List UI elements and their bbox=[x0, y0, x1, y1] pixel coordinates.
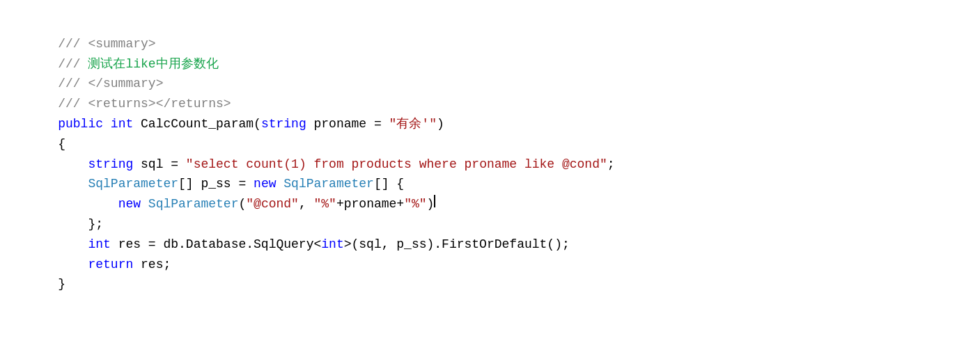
code-token bbox=[28, 114, 58, 134]
code-token: string bbox=[88, 155, 133, 175]
code-line-4: /// <returns></returns> bbox=[28, 94, 952, 114]
code-token: >(sql, p_ss).FirstOrDefault(); bbox=[344, 235, 570, 255]
code-token: ) bbox=[437, 114, 444, 134]
code-token: +proname+ bbox=[336, 194, 404, 214]
code-token: int bbox=[88, 235, 110, 255]
code-token bbox=[28, 235, 88, 255]
code-line-9: new SqlParameter("@cond", "%"+proname+"%… bbox=[28, 194, 952, 214]
code-token: res = db.Database.SqlQuery< bbox=[111, 235, 321, 255]
code-token bbox=[141, 194, 148, 214]
code-token: SqlParameter bbox=[88, 174, 178, 194]
code-line-5: public int CalcCount_param(string pronam… bbox=[28, 114, 952, 134]
code-line-2: /// 测试在like中用参数化 bbox=[28, 54, 952, 74]
code-line-1: /// <summary> bbox=[28, 34, 952, 54]
code-token: new bbox=[254, 174, 276, 194]
code-token: /// <summary> bbox=[28, 34, 156, 54]
code-line-13: } bbox=[28, 274, 952, 294]
code-token: ; bbox=[607, 155, 615, 175]
code-line-10: }; bbox=[28, 214, 952, 235]
code-token: /// bbox=[28, 54, 88, 74]
code-token: new bbox=[118, 194, 141, 214]
code-token bbox=[28, 155, 88, 175]
code-token: [] { bbox=[374, 174, 404, 194]
code-token bbox=[28, 174, 88, 194]
code-token: /// <returns></returns> bbox=[28, 94, 231, 114]
code-line-3: /// </summary> bbox=[28, 74, 952, 94]
code-token: ( bbox=[238, 194, 246, 214]
code-token: "有余'" bbox=[389, 114, 437, 134]
code-token: "%" bbox=[404, 194, 426, 214]
code-line-7: string sql = "select count(1) from produ… bbox=[28, 155, 952, 175]
code-token: res; bbox=[133, 255, 171, 275]
code-token: 测试在like中用参数化 bbox=[88, 54, 218, 74]
code-token: public bbox=[58, 114, 103, 134]
code-token: return bbox=[88, 255, 133, 275]
code-editor: /// <summary> /// 测试在like中用参数化 /// </sum… bbox=[28, 14, 952, 294]
code-token: } bbox=[28, 274, 65, 294]
code-token: { bbox=[28, 134, 65, 155]
code-token: proname = bbox=[306, 114, 389, 134]
code-line-11: int res = db.Database.SqlQuery<int>(sql,… bbox=[28, 235, 952, 255]
code-token: int bbox=[111, 114, 133, 134]
code-token: /// </summary> bbox=[28, 74, 163, 94]
code-token: , bbox=[299, 194, 314, 214]
code-token: "%" bbox=[314, 194, 336, 214]
code-token bbox=[28, 255, 88, 275]
code-token bbox=[28, 194, 118, 214]
code-token: SqlParameter bbox=[283, 174, 374, 194]
code-token: "@cond" bbox=[246, 194, 299, 214]
code-token bbox=[276, 174, 283, 194]
text-cursor bbox=[434, 195, 435, 207]
code-token bbox=[103, 114, 111, 134]
code-token: sql = bbox=[133, 155, 186, 175]
code-token: SqlParameter bbox=[148, 194, 239, 214]
code-line-8: SqlParameter[] p_ss = new SqlParameter[]… bbox=[28, 174, 952, 194]
code-line-6: { bbox=[28, 134, 952, 155]
code-token: "select count(1) from products where pro… bbox=[186, 155, 607, 175]
code-token: ) bbox=[427, 194, 435, 214]
code-line-12: return res; bbox=[28, 255, 952, 275]
code-token: string bbox=[261, 114, 306, 134]
code-token: }; bbox=[28, 214, 103, 235]
code-token: int bbox=[321, 235, 343, 255]
code-token: CalcCount_param( bbox=[133, 114, 261, 134]
code-token: [] p_ss = bbox=[178, 174, 254, 194]
